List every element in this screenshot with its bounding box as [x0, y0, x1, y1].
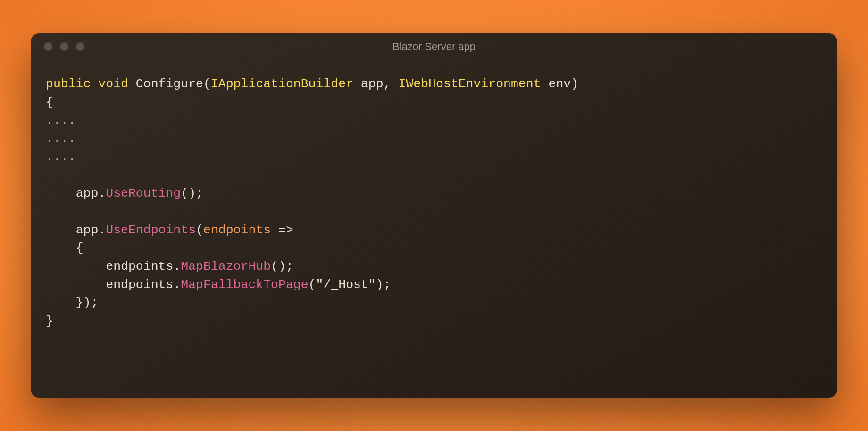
ellipsis-line: .... [46, 113, 76, 127]
type-iwebhostenvironment: IWebHostEnvironment [391, 77, 541, 91]
object-endpoints: endpoints. [106, 259, 181, 274]
brace-close: } [46, 314, 53, 328]
minimize-icon[interactable] [60, 42, 68, 51]
maximize-icon[interactable] [76, 42, 84, 51]
paren-close-semi: ); [376, 278, 391, 292]
lambda-arrow: => [271, 223, 293, 237]
call-tail: (); [181, 186, 203, 200]
paren-close: ) [571, 77, 578, 91]
object-endpoints: endpoints. [106, 278, 181, 292]
comma: , [384, 77, 391, 91]
indent [46, 186, 76, 200]
brace-open: { [46, 95, 53, 109]
paren-open: ( [309, 278, 316, 292]
ellipsis-line: .... [46, 132, 76, 146]
object-app: app. [76, 223, 106, 237]
brace-close-paren: }); [46, 296, 98, 310]
indent [46, 278, 106, 292]
brace-open: { [46, 241, 83, 255]
method-useendpoints: UseEndpoints [106, 223, 196, 237]
window-title: Blazor Server app [31, 41, 837, 53]
method-userouting: UseRouting [106, 186, 181, 200]
indent [46, 223, 76, 237]
param-app: app [353, 77, 384, 91]
method-mapblazorhub: MapBlazorHub [181, 259, 271, 274]
type-iapplicationbuilder: IApplicationBuilder [211, 77, 353, 91]
close-icon[interactable] [44, 42, 52, 51]
keyword-public: public [46, 77, 91, 91]
paren-open: ( [196, 223, 203, 237]
object-app: app. [76, 186, 106, 200]
indent [46, 259, 106, 274]
string-host: "/_Host" [316, 278, 376, 292]
traffic-lights [44, 42, 84, 51]
lambda-param-endpoints: endpoints [203, 223, 271, 237]
code-area[interactable]: public void Configure(IApplicationBuilde… [31, 60, 837, 398]
param-env: env [541, 77, 571, 91]
ellipsis-line: .... [46, 150, 76, 164]
titlebar: Blazor Server app [31, 33, 837, 60]
call-tail: (); [271, 259, 293, 274]
method-mapfallbacktopage: MapFallbackToPage [181, 278, 308, 292]
method-name: Configure [136, 77, 203, 91]
keyword-void: void [98, 77, 128, 91]
code-window: Blazor Server app public void Configure(… [31, 33, 837, 398]
paren-open: ( [203, 77, 211, 91]
